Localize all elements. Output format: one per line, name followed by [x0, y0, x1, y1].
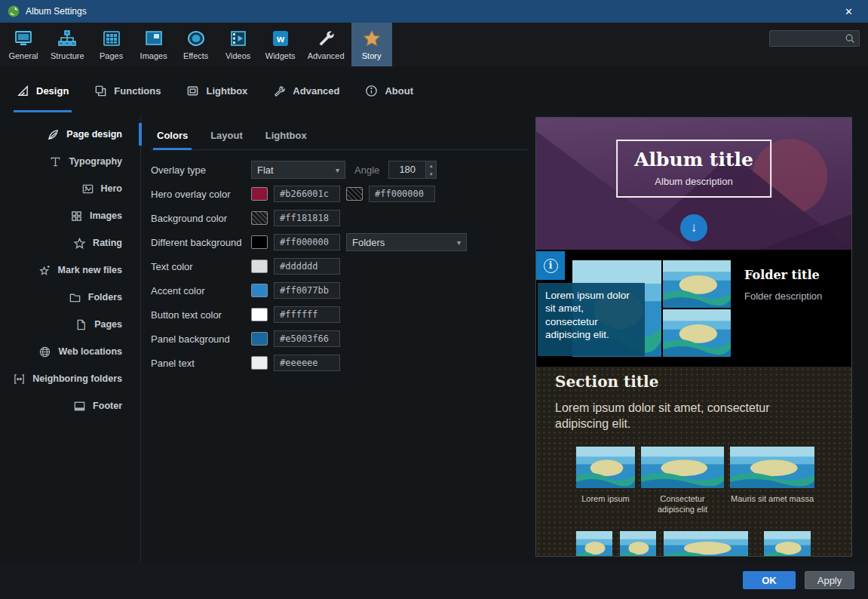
info-icon: i	[544, 259, 558, 273]
form-tab-layout[interactable]: Layout	[209, 124, 244, 149]
angle-spinner[interactable]: 180▲▼	[388, 161, 437, 179]
sidebar: Page design Typography Hero Images Ratin…	[0, 115, 141, 562]
search-input[interactable]	[774, 33, 845, 44]
thumbnail[interactable]: Mauris sit amet massa	[730, 447, 814, 504]
sidebar-item-web-locations[interactable]: Web locations	[0, 338, 140, 365]
hero-overlay-color-value[interactable]: #b266001c	[274, 186, 340, 202]
titlebar: Album Settings ✕	[0, 0, 868, 23]
sidebar-item-page-design[interactable]: Page design	[0, 121, 140, 148]
form-tab-lightbox[interactable]: Lightbox	[264, 124, 308, 149]
text-color-value[interactable]: #dddddd	[274, 258, 340, 275]
different-background-value[interactable]: #ff000000	[274, 234, 340, 250]
panel-background-swatch[interactable]	[251, 332, 268, 346]
spinner-down-icon[interactable]: ▼	[426, 170, 436, 178]
sidebar-item-pages[interactable]: Pages	[0, 311, 140, 338]
thumbnail[interactable]	[764, 531, 811, 557]
story-icon	[362, 29, 382, 48]
footer-icon	[73, 400, 86, 413]
thumbnail-caption: Consectetur adipiscing elit	[641, 493, 724, 515]
toolbar-item-images[interactable]: Images	[133, 23, 174, 66]
advanced-tab-icon	[273, 84, 286, 97]
toolbar-item-videos[interactable]: Videos	[218, 23, 259, 66]
toolbar-item-widgets[interactable]: w Widgets	[260, 23, 301, 66]
search-box[interactable]	[769, 30, 860, 47]
button-text-color-swatch[interactable]	[251, 308, 268, 321]
hero-icon	[81, 183, 94, 195]
thumbnail[interactable]: Lorem ipsum	[576, 447, 635, 504]
form-row: Text color #dddddd	[151, 254, 528, 278]
form-row: Different background #ff000000Folders▾	[151, 230, 528, 254]
toolbar-item-pages[interactable]: Pages	[91, 23, 132, 66]
hero-overlay-color2-value[interactable]: #ff000000	[369, 186, 435, 202]
panel-text-value[interactable]: #eeeeee	[274, 355, 340, 371]
section-text: Lorem ipsum dolor sit amet, consectetur …	[555, 400, 820, 432]
form-row: Accent color #ff0077bb	[151, 278, 528, 303]
thumbnail[interactable]: Consectetur adipiscing elit	[641, 447, 724, 515]
sidebar-item-neighboring-folders[interactable]: Neighboring folders	[0, 365, 140, 392]
sidebar-item-typography[interactable]: Typography	[0, 148, 140, 175]
toolbar-item-story[interactable]: Story	[351, 23, 392, 66]
pages-doc-icon	[75, 318, 87, 331]
toolbar-item-advanced[interactable]: Advanced	[302, 23, 350, 66]
typography-icon	[49, 155, 62, 168]
tab-functions[interactable]: Functions	[94, 66, 161, 115]
form-tab-colors[interactable]: Colors	[155, 124, 189, 149]
panel-background-value[interactable]: #e5003f66	[274, 330, 340, 347]
thumbnail[interactable]	[664, 531, 748, 557]
text-color-swatch[interactable]	[251, 260, 268, 273]
thumbnail-image	[641, 447, 724, 488]
panel-text-label: Panel text	[151, 358, 251, 369]
sidebar-item-hero[interactable]: Hero	[0, 175, 140, 202]
spinner-up-icon[interactable]: ▲	[426, 161, 436, 170]
tab-design[interactable]: Design	[17, 66, 69, 115]
background-color-value[interactable]: #ff181818	[274, 210, 340, 226]
tab-advanced[interactable]: Advanced	[273, 66, 339, 115]
design-icon	[17, 84, 29, 97]
tab-lightbox[interactable]: Lightbox	[186, 66, 247, 115]
hero-overlay-color-swatch[interactable]	[251, 187, 268, 201]
web-locations-icon	[38, 346, 51, 358]
sidebar-item-folders[interactable]: Folders	[0, 284, 140, 311]
sidebar-item-images[interactable]: Images	[0, 202, 140, 229]
accent-color-value[interactable]: #ff0077bb	[274, 282, 340, 299]
toolbar-item-structure[interactable]: Structure	[45, 23, 90, 66]
background-color-swatch[interactable]	[251, 211, 268, 225]
overlay-type-label: Overlay type	[151, 164, 251, 176]
info-button[interactable]: i	[536, 251, 565, 280]
effects-icon	[186, 29, 206, 48]
sidebar-item-rating[interactable]: Rating	[0, 229, 140, 256]
album-title-box: Album title Album description	[616, 140, 771, 198]
thumbnail[interactable]	[620, 531, 656, 557]
background-color-label: Background color	[151, 213, 251, 224]
sidebar-item-mark-new-files[interactable]: Mark new files	[0, 256, 140, 284]
form-row: Panel text #eeeeee	[151, 351, 528, 375]
folder-description: Folder description	[744, 290, 822, 302]
tab-about[interactable]: About	[365, 66, 413, 115]
folder-title: Folder title	[744, 268, 820, 282]
section-title: Section title	[555, 373, 658, 391]
close-button[interactable]: ✕	[837, 3, 860, 20]
overlay-type-select[interactable]: Flat▾	[251, 161, 345, 179]
different-background-scope-select[interactable]: Folders▾	[346, 233, 467, 251]
thumbnail[interactable]	[576, 531, 612, 557]
accent-color-swatch[interactable]	[251, 284, 268, 297]
toolbar-item-effects[interactable]: Effects	[176, 23, 216, 66]
different-background-swatch[interactable]	[251, 235, 268, 249]
thumbnail-caption: Mauris sit amet massa	[730, 493, 814, 504]
thumbnail-image	[576, 447, 635, 488]
videos-icon	[229, 29, 248, 48]
different-background-scope-select-value: Folders	[352, 237, 385, 248]
scroll-down-button[interactable]: ↓	[680, 214, 707, 241]
ok-button[interactable]: OK	[743, 571, 796, 589]
toolbar-item-general[interactable]: General	[3, 23, 44, 66]
button-text-color-value[interactable]: #ffffff	[274, 306, 340, 323]
panel-background-label: Panel background	[151, 333, 251, 345]
sidebar-item-footer[interactable]: Footer	[0, 392, 140, 419]
window-title: Album Settings	[26, 6, 87, 17]
panel-text-swatch[interactable]	[251, 356, 268, 370]
thumbnail-caption: Lorem ipsum	[576, 493, 635, 504]
form-row: Panel background #e5003f66	[151, 327, 528, 351]
apply-button[interactable]: Apply	[805, 571, 854, 589]
hero-overlay-color2-swatch[interactable]	[346, 187, 363, 201]
images-icon	[144, 29, 164, 48]
